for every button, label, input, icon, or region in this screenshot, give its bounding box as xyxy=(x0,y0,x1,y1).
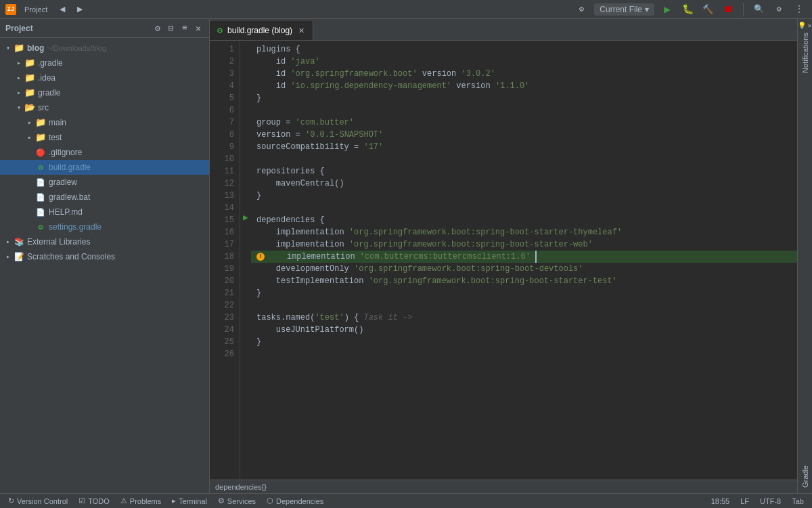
folder-icon: 📁 xyxy=(35,117,46,128)
settings-icon[interactable]: ⚙ xyxy=(574,2,589,17)
notifications-label[interactable]: Notifications xyxy=(801,33,809,79)
tab-label: build.gradle (blog) xyxy=(227,26,292,35)
bottom-toolbar: ↻ Version Control ☑ TODO ⚠ Problems ▸ Te… xyxy=(0,493,812,508)
tree-item-scratches[interactable]: ▸ 📝 Scratches and Consoles xyxy=(0,249,209,264)
settings-icon-3[interactable]: ≡ xyxy=(179,23,190,34)
title-bar-left: IJ Project ◀ ▶ xyxy=(5,3,574,15)
warning-icon: ! xyxy=(256,253,265,261)
tab-close-button[interactable]: ✕ xyxy=(296,26,306,35)
debug-button[interactable]: 🐛 xyxy=(680,2,695,17)
code-token: plugins { xyxy=(256,43,300,56)
tree-item-gradle-hidden[interactable]: ▸ 📁 .gradle xyxy=(0,56,209,70)
tree-item-help-md[interactable]: ▸ 📄 HELP.md xyxy=(0,205,209,219)
settings-icon-2[interactable]: ⚙ xyxy=(771,2,786,17)
code-token: 'com.buttercms:buttercmsclient:1.6' xyxy=(360,251,531,263)
code-line-14 xyxy=(251,202,797,214)
gutter-line-6 xyxy=(240,102,251,114)
tree-item-settings-gradle[interactable]: ▸ ⚙ settings.gradle xyxy=(0,219,209,234)
code-line-9: sourceCompatibility = '17' xyxy=(251,141,797,153)
code-token: sourceCompatibility = xyxy=(256,141,363,153)
code-line-26 xyxy=(251,348,797,360)
code-line-18: ! implementation 'com.buttercms:buttercm… xyxy=(251,251,797,263)
notif-header: 💡 ✕ xyxy=(796,19,812,33)
gutter-icons: ▶ xyxy=(240,41,251,480)
gutter-line-21 xyxy=(240,284,251,297)
line-number-23: 23 xyxy=(210,312,234,324)
todo-tab[interactable]: ☑ TODO xyxy=(74,494,114,508)
run-button[interactable]: ▶ xyxy=(660,2,675,17)
build-button[interactable]: 🔨 xyxy=(700,2,715,17)
tree-item-idea[interactable]: ▸ 📁 .idea xyxy=(0,70,209,85)
tree-label-help-md: HELP.md xyxy=(49,207,83,217)
tree-arrow-src: ▾ xyxy=(14,102,24,113)
more-icon[interactable]: ⋮ xyxy=(792,2,807,17)
tree-arrow-scratches: ▸ xyxy=(3,251,14,262)
tree-item-main[interactable]: ▸ 📁 main xyxy=(0,115,209,130)
code-line-3: id 'org.springframework.boot' version '3… xyxy=(251,68,797,80)
nav-forward[interactable]: ▶ xyxy=(73,3,87,15)
code-token: mavenCentral() xyxy=(256,177,344,190)
code-token: 'java' xyxy=(290,56,319,68)
gutter-line-9 xyxy=(240,138,251,150)
editor-tab-build-gradle[interactable]: ⚙ build.gradle (blog) ✕ xyxy=(210,21,313,40)
tree-item-src[interactable]: ▾ 📂 src xyxy=(0,100,209,115)
status-tab[interactable]: Tab xyxy=(788,497,808,505)
src-folder-icon: 📂 xyxy=(24,102,35,113)
code-token: tasks.named( xyxy=(256,312,315,324)
gear-icon[interactable]: ⚙ xyxy=(152,23,163,34)
terminal-tab[interactable]: ▸ Terminal xyxy=(168,494,211,508)
problems-icon: ⚠ xyxy=(120,496,127,505)
code-token: '17' xyxy=(363,141,383,153)
code-token: 'test' xyxy=(315,312,344,324)
code-line-20: testImplementation 'org.springframework.… xyxy=(251,275,797,287)
tree-item-gradlew-bat[interactable]: ▸ 📄 gradlew.bat xyxy=(0,190,209,205)
current-file-selector[interactable]: Current File ▾ xyxy=(594,3,654,16)
version-control-tab[interactable]: ↻ Version Control xyxy=(4,494,72,508)
code-line-1: plugins { xyxy=(251,43,797,56)
code-token: Task it -> xyxy=(363,312,412,324)
gradle-label[interactable]: Gradle xyxy=(801,465,809,493)
code-token: 'org.springframework.boot:spring-boot-st… xyxy=(349,238,593,251)
code-token: } xyxy=(256,92,261,104)
close-panel-icon[interactable]: ✕ xyxy=(193,23,204,34)
tree-label-gradlew-bat: gradlew.bat xyxy=(49,192,90,202)
tree-root-blog[interactable]: ▾ 📁 blog ~/Downloads/blog xyxy=(0,41,209,56)
code-line-15: dependencies { xyxy=(251,214,797,226)
tree-item-external-libs[interactable]: ▸ 📚 External Libraries xyxy=(0,234,209,249)
code-content[interactable]: plugins { id 'java' id 'org.springframew… xyxy=(251,41,797,480)
collapse-all-icon[interactable]: ⊟ xyxy=(166,23,177,34)
dependencies-tab[interactable]: ⬡ Dependencies xyxy=(263,494,328,508)
gutter-line-25 xyxy=(240,333,251,345)
tree-item-gradle[interactable]: ▸ 📁 gradle xyxy=(0,85,209,100)
nav-back[interactable]: ◀ xyxy=(55,3,69,15)
dependencies-icon: ⬡ xyxy=(267,496,273,505)
search-everywhere-icon[interactable]: 🔍 xyxy=(751,2,766,17)
stop-button[interactable]: ⏹ xyxy=(721,2,736,17)
tree-item-test[interactable]: ▸ 📁 test xyxy=(0,130,209,145)
services-tab[interactable]: ⚙ Services xyxy=(214,494,260,508)
vc-label: Version Control xyxy=(17,497,68,505)
line-number-1: 1 xyxy=(210,43,234,56)
tree-arrow-gradle-hidden: ▸ xyxy=(14,58,24,68)
code-editor[interactable]: 1234567891011121314151617181920212223242… xyxy=(210,41,797,480)
line-number-20: 20 xyxy=(210,275,234,287)
tree-item-build-gradle[interactable]: ▸ ⚙ build.gradle xyxy=(0,160,209,175)
status-charset[interactable]: UTF-8 xyxy=(756,497,785,505)
notif-close[interactable]: ✕ xyxy=(807,22,811,30)
tree-label-settings-gradle: settings.gradle xyxy=(49,222,102,232)
project-dropdown[interactable]: Project xyxy=(20,4,51,15)
line-number-15: 15 xyxy=(210,214,234,226)
editor-area: ⚙ build.gradle (blog) ✕ 1234567891011121… xyxy=(210,19,797,493)
tree-item-gitignore[interactable]: ▸ 🔴 .gitignore xyxy=(0,145,209,160)
project-panel: Project ⚙ ⊟ ≡ ✕ ▾ 📁 blog ~/Downloads/blo… xyxy=(0,19,210,493)
status-lf[interactable]: LF xyxy=(736,497,753,505)
text-cursor xyxy=(531,251,537,263)
tree-item-gradlew[interactable]: ▸ 📄 gradlew xyxy=(0,175,209,190)
gutter-line-18 xyxy=(240,248,251,260)
app-logo: IJ xyxy=(5,4,16,15)
run-arrow-icon[interactable]: ▶ xyxy=(243,212,248,223)
problems-tab[interactable]: ⚠ Problems xyxy=(116,494,165,508)
code-line-19: developmentOnly 'org.springframework.boo… xyxy=(251,263,797,275)
code-line-10 xyxy=(251,153,797,165)
line-number-21: 21 xyxy=(210,287,234,299)
